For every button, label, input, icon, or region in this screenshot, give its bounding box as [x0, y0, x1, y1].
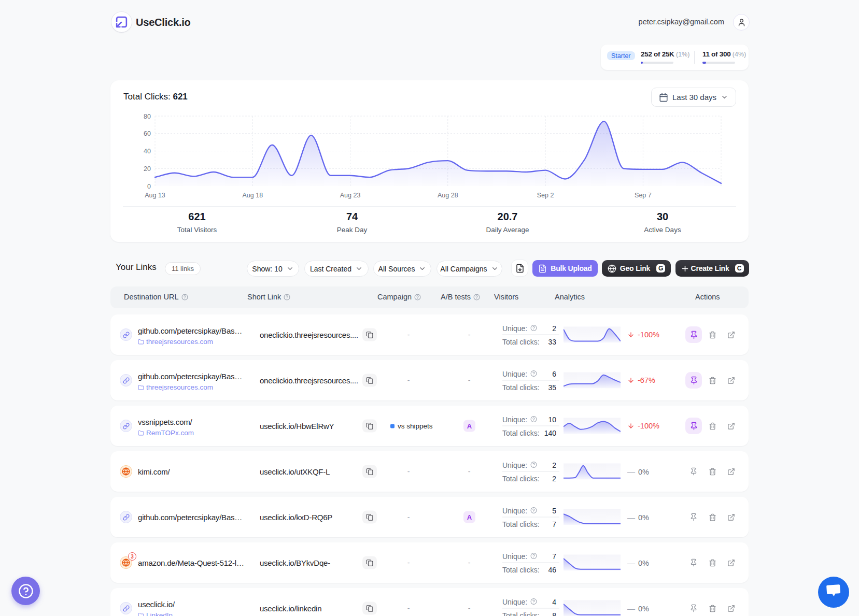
- svg-text:60: 60: [144, 130, 151, 137]
- svg-text:Aug 28: Aug 28: [438, 192, 458, 199]
- svg-text:Aug 13: Aug 13: [145, 192, 165, 199]
- svg-text:80: 80: [144, 113, 151, 120]
- svg-text:0: 0: [147, 183, 151, 190]
- svg-text:20: 20: [144, 165, 151, 173]
- svg-text:Aug 23: Aug 23: [340, 192, 361, 199]
- svg-text:Sep 7: Sep 7: [635, 192, 652, 199]
- svg-text:Aug 18: Aug 18: [242, 192, 263, 199]
- svg-text:40: 40: [144, 148, 151, 155]
- svg-text:Sep 2: Sep 2: [537, 192, 554, 199]
